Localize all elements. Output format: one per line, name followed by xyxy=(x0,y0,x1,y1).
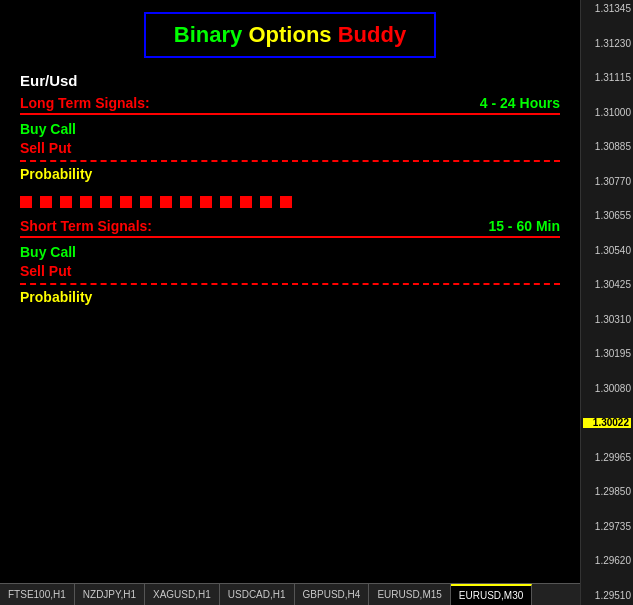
tab-gbpusd[interactable]: GBPUSD,H4 xyxy=(295,584,370,605)
price-8: 1.30540 xyxy=(583,246,631,256)
short-term-buy-call: Buy Call xyxy=(20,244,560,260)
tab-xagusd[interactable]: XAGUSD,H1 xyxy=(145,584,220,605)
title-binary: Binary xyxy=(174,22,242,47)
price-11: 1.30195 xyxy=(583,349,631,359)
dot-12 xyxy=(240,196,252,208)
tab-nzdjpy[interactable]: NZDJPY,H1 xyxy=(75,584,145,605)
price-1: 1.31345 xyxy=(583,4,631,14)
price-4: 1.31000 xyxy=(583,108,631,118)
dot-10 xyxy=(200,196,212,208)
title-box: Binary Options Buddy xyxy=(144,12,436,58)
price-16: 1.29620 xyxy=(583,556,631,566)
price-2: 1.31230 xyxy=(583,39,631,49)
dot-3 xyxy=(60,196,72,208)
main-chart-area: Binary Options Buddy Eur/Usd Long Term S… xyxy=(0,0,580,605)
dot-1 xyxy=(20,196,32,208)
short-term-header: Short Term Signals: 15 - 60 Min xyxy=(20,218,560,238)
dot-5 xyxy=(100,196,112,208)
dot-9 xyxy=(180,196,192,208)
short-term-timeframe: 15 - 60 Min xyxy=(488,218,560,234)
short-term-label: Short Term Signals: xyxy=(20,218,152,234)
price-12: 1.30080 xyxy=(583,384,631,394)
price-15: 1.29735 xyxy=(583,522,631,532)
tab-ftse100[interactable]: FTSE100,H1 xyxy=(0,584,75,605)
dot-14 xyxy=(280,196,292,208)
price-scale: 1.31345 1.31230 1.31115 1.31000 1.30885 … xyxy=(580,0,633,605)
price-5: 1.30885 xyxy=(583,142,631,152)
price-17: 1.29510 xyxy=(583,591,631,601)
title-options: Options xyxy=(242,22,337,47)
short-term-probability: Probability xyxy=(20,289,560,305)
long-term-label: Long Term Signals: xyxy=(20,95,150,111)
dot-6 xyxy=(120,196,132,208)
long-term-buy-call: Buy Call xyxy=(20,121,560,137)
tab-bar: FTSE100,H1 NZDJPY,H1 XAGUSD,H1 USDCAD,H1… xyxy=(0,583,580,605)
long-term-timeframe: 4 - 24 Hours xyxy=(480,95,560,111)
content-area: Eur/Usd Long Term Signals: 4 - 24 Hours … xyxy=(0,66,580,605)
long-term-header: Long Term Signals: 4 - 24 Hours xyxy=(20,95,560,115)
long-term-probability: Probability xyxy=(20,166,560,182)
title-buddy: Buddy xyxy=(338,22,406,47)
title-container: Binary Options Buddy xyxy=(0,0,580,66)
dots-separator xyxy=(20,196,560,208)
tab-usdcad[interactable]: USDCAD,H1 xyxy=(220,584,295,605)
price-3: 1.31115 xyxy=(583,73,631,83)
price-10: 1.30310 xyxy=(583,315,631,325)
price-highlighted: 1.30022 xyxy=(583,418,631,428)
price-14: 1.29850 xyxy=(583,487,631,497)
dot-4 xyxy=(80,196,92,208)
short-term-divider xyxy=(20,283,560,285)
tab-eurusd-m15[interactable]: EURUSD,M15 xyxy=(369,584,450,605)
price-6: 1.30770 xyxy=(583,177,631,187)
short-term-sell-put: Sell Put xyxy=(20,263,560,279)
long-term-sell-put: Sell Put xyxy=(20,140,560,156)
price-13: 1.29965 xyxy=(583,453,631,463)
dot-8 xyxy=(160,196,172,208)
price-9: 1.30425 xyxy=(583,280,631,290)
currency-pair: Eur/Usd xyxy=(20,72,560,89)
dot-13 xyxy=(260,196,272,208)
dot-7 xyxy=(140,196,152,208)
dot-2 xyxy=(40,196,52,208)
long-term-divider xyxy=(20,160,560,162)
price-7: 1.30655 xyxy=(583,211,631,221)
tab-eurusd-m30[interactable]: EURUSD,M30 xyxy=(451,584,532,605)
dot-11 xyxy=(220,196,232,208)
